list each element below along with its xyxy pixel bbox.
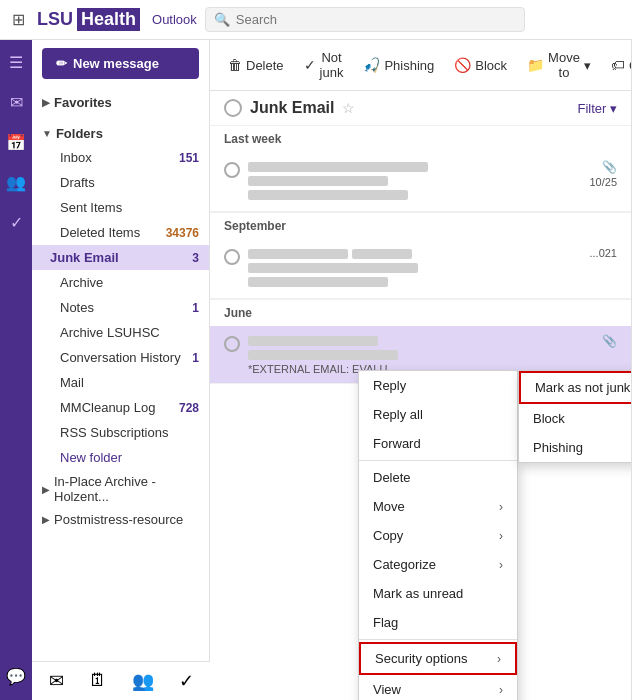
- ctx-security-options[interactable]: Security options ›: [359, 642, 517, 675]
- ctx-copy[interactable]: Copy ›: [359, 521, 517, 550]
- submenu-mark-not-junk[interactable]: Mark as not junk: [519, 371, 632, 404]
- ctx-view[interactable]: View ›: [359, 675, 517, 700]
- sidebar-item-drafts[interactable]: Drafts: [32, 170, 209, 195]
- ctx-move[interactable]: Move ›: [359, 492, 517, 521]
- ctx-flag[interactable]: Flag: [359, 608, 517, 637]
- ctx-reply[interactable]: Reply: [359, 371, 517, 400]
- sidebar-item-junk[interactable]: Junk Email 3: [32, 245, 209, 270]
- search-icon: 🔍: [214, 12, 230, 27]
- people-icon[interactable]: 👥: [2, 168, 30, 196]
- folders-chevron: ▼: [42, 128, 52, 139]
- submenu-phishing-label: Phishing: [533, 440, 583, 455]
- new-message-button[interactable]: ✏ New message: [42, 48, 199, 79]
- conversation-badge: 1: [192, 351, 199, 365]
- copy-arrow-icon: ›: [499, 529, 503, 543]
- sidebar: ✏ New message ▶ Favorites ▼ Folders Inbo…: [32, 40, 210, 700]
- compose-icon: ✏: [56, 56, 67, 71]
- favorites-chevron: ▶: [42, 97, 50, 108]
- sidebar-item-inbox[interactable]: Inbox 151: [32, 145, 209, 170]
- email-sender-1: [248, 160, 581, 175]
- not-junk-label: Not junk: [320, 50, 344, 80]
- mail-icon[interactable]: ✉: [2, 88, 30, 116]
- junk-badge: 3: [192, 251, 199, 265]
- rss-label: RSS Subscriptions: [60, 425, 168, 440]
- bottom-tasks-icon[interactable]: ✓: [179, 670, 194, 692]
- email-radio-3[interactable]: [224, 336, 240, 352]
- delete-label: Delete: [246, 58, 284, 73]
- not-junk-button[interactable]: ✓ Not junk: [296, 46, 352, 84]
- notes-badge: 1: [192, 301, 199, 315]
- bottom-mail-icon[interactable]: ✉: [49, 670, 64, 692]
- categorize-button[interactable]: 🏷 Categorize: [603, 53, 632, 77]
- clip-icon-3: 📎: [602, 334, 617, 348]
- hamburger-icon[interactable]: ☰: [2, 48, 30, 76]
- email-meta-2: ...021: [589, 247, 617, 259]
- bottom-calendar-icon[interactable]: 🗓: [89, 670, 107, 692]
- reply-all-label: Reply all: [373, 407, 423, 422]
- calendar-icon[interactable]: 📅: [2, 128, 30, 156]
- sidebar-item-new-folder[interactable]: New folder: [32, 445, 209, 470]
- block-button[interactable]: 🚫 Block: [446, 53, 515, 77]
- move-to-label: Move to: [548, 50, 580, 80]
- email-meta-3: 📎: [602, 334, 617, 348]
- delete-button[interactable]: 🗑 Delete: [220, 53, 292, 77]
- sidebar-item-conversation[interactable]: Conversation History 1: [32, 345, 209, 370]
- sidebar-bottom-icons: ✉ 🗓 👥 ✓: [32, 661, 210, 700]
- email-sender-2: [248, 247, 581, 262]
- submenu-phishing[interactable]: Phishing: [519, 433, 632, 462]
- folder-radio[interactable]: [224, 99, 242, 117]
- mmcleanup-badge: 728: [179, 401, 199, 415]
- search-bar[interactable]: 🔍: [205, 7, 525, 32]
- tasks-icon[interactable]: ✓: [2, 208, 30, 236]
- sidebar-item-rss[interactable]: RSS Subscriptions: [32, 420, 209, 445]
- submenu-block[interactable]: Block: [519, 404, 632, 433]
- ctx-delete-label: Delete: [373, 470, 411, 485]
- ctx-forward[interactable]: Forward: [359, 429, 517, 458]
- folder-star-icon[interactable]: ☆: [342, 100, 355, 116]
- sidebar-item-mail[interactable]: Mail: [32, 370, 209, 395]
- email-item-2[interactable]: ...021: [210, 239, 631, 299]
- favorites-section: ▶ Favorites: [32, 87, 209, 118]
- ctx-categorize-label: Categorize: [373, 557, 436, 572]
- categorize-arrow-icon: ›: [499, 558, 503, 572]
- chat-icon[interactable]: 💬: [2, 662, 30, 690]
- logo-area: LSU Health: [37, 8, 140, 31]
- sidebar-item-archive[interactable]: Archive: [32, 270, 209, 295]
- bottom-people-icon[interactable]: 👥: [132, 670, 154, 692]
- email-preview-2: [248, 276, 581, 290]
- sidebar-item-notes[interactable]: Notes 1: [32, 295, 209, 320]
- notes-label: Notes: [60, 300, 94, 315]
- folders-section: ▼ Folders Inbox 151 Drafts Sent Items De…: [32, 118, 209, 535]
- folders-label: Folders: [56, 126, 103, 141]
- logo-health: Health: [77, 8, 140, 31]
- view-label: View: [373, 682, 401, 697]
- folders-group[interactable]: ▼ Folders: [32, 122, 209, 145]
- search-input[interactable]: [236, 12, 516, 27]
- sidebar-item-deleted[interactable]: Deleted Items 34376: [32, 220, 209, 245]
- inplace-chevron: ▶: [42, 484, 50, 495]
- context-menu: Reply Reply all Forward Delete Move › Co…: [358, 370, 518, 700]
- move-to-button[interactable]: 📁 Move to ▾: [519, 46, 599, 84]
- ctx-categorize[interactable]: Categorize ›: [359, 550, 517, 579]
- email-radio-2[interactable]: [224, 249, 240, 265]
- forward-label: Forward: [373, 436, 421, 451]
- postmistress-label: Postmistress-resource: [54, 512, 183, 527]
- filter-button[interactable]: Filter ▾: [578, 101, 618, 116]
- favorites-group[interactable]: ▶ Favorites: [32, 91, 209, 114]
- mail-label: Mail: [60, 375, 84, 390]
- email-content-1: [248, 160, 581, 203]
- sidebar-item-sent[interactable]: Sent Items: [32, 195, 209, 220]
- email-radio-1[interactable]: [224, 162, 240, 178]
- sidebar-item-archive-lsuhsc[interactable]: Archive LSUHSC: [32, 320, 209, 345]
- sidebar-item-postmistress[interactable]: ▶ Postmistress-resource: [32, 508, 209, 531]
- phishing-button[interactable]: 🎣 Phishing: [355, 53, 442, 77]
- app-grid-icon[interactable]: ⊞: [8, 6, 29, 33]
- sidebar-item-mmcleanup[interactable]: MMCleanup Log 728: [32, 395, 209, 420]
- ctx-delete[interactable]: Delete: [359, 463, 517, 492]
- ctx-reply-all[interactable]: Reply all: [359, 400, 517, 429]
- email-item-1[interactable]: 📎 10/25: [210, 152, 631, 212]
- email-sender-3: [248, 334, 594, 349]
- sidebar-item-inplace-archive[interactable]: ▶ In-Place Archive - Holzent...: [32, 470, 209, 508]
- ctx-mark-unread[interactable]: Mark as unread: [359, 579, 517, 608]
- view-arrow-icon: ›: [499, 683, 503, 697]
